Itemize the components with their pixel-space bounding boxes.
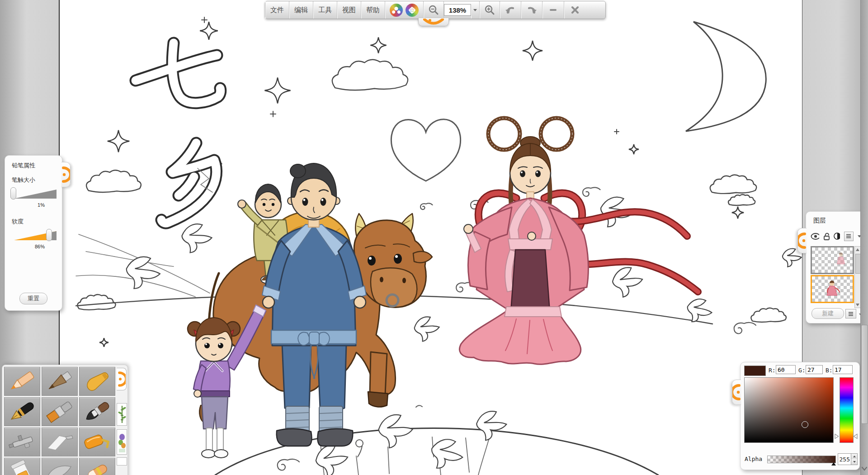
window-scrollbar-thumb[interactable]	[861, 325, 868, 424]
blue-input[interactable]	[833, 365, 853, 374]
red-label: R:	[769, 367, 776, 374]
alpha-marker[interactable]	[831, 462, 836, 466]
tool-pencil[interactable]	[4, 367, 40, 396]
layer-row-2-active[interactable]	[811, 275, 854, 303]
green-input[interactable]	[806, 365, 823, 374]
brush-size-value: 1%	[5, 200, 62, 208]
strip-extra-tab[interactable]	[117, 457, 127, 466]
chevron-down-icon	[473, 9, 477, 11]
saturation-value-box[interactable]	[744, 377, 834, 443]
magnifier-plus-icon	[484, 5, 495, 15]
alpha-slider[interactable]	[767, 456, 836, 463]
palette-collapse-tab[interactable]	[117, 368, 127, 390]
tool-ink-brush[interactable]	[79, 397, 115, 426]
hue-strip[interactable]	[840, 377, 854, 443]
layer-list-icon[interactable]	[844, 232, 854, 241]
alpha-label: Alpha	[745, 456, 762, 462]
tool-flat-brush[interactable]	[42, 397, 78, 426]
tool-airbrush[interactable]	[4, 428, 40, 456]
menu-file[interactable]: 文件	[265, 1, 289, 19]
layer-menu-icon[interactable]	[845, 309, 856, 318]
picture-icon	[118, 431, 126, 453]
color-panel-collapse-tab[interactable]	[732, 380, 741, 405]
undo-button[interactable]	[500, 1, 521, 19]
brush-size-label: 笔触大小	[5, 170, 62, 184]
orange-arc-icon	[118, 368, 126, 390]
alpha-value: 255	[838, 454, 851, 465]
picture-texture-thumbnail[interactable]	[117, 429, 127, 455]
bamboo-texture-thumbnail[interactable]	[117, 403, 127, 426]
unlock-icon[interactable]	[823, 233, 829, 240]
tool-paint-tube[interactable]	[4, 458, 40, 475]
tool-eraser[interactable]	[79, 458, 115, 475]
layer1-thumbnail	[812, 247, 853, 273]
orange-grip-icon	[420, 19, 447, 26]
redo-button[interactable]	[521, 1, 542, 19]
menu-edit[interactable]: 编辑	[289, 1, 313, 19]
current-color-swatch	[744, 366, 766, 376]
hue-marker-left[interactable]	[835, 433, 839, 439]
tools-palette	[2, 365, 128, 475]
scroll-down-button[interactable]	[855, 302, 860, 308]
tool-paint-roller[interactable]	[79, 428, 115, 456]
tool-crayon[interactable]	[79, 367, 115, 396]
new-layer-button[interactable]: 新建	[811, 308, 844, 319]
brush-size-handle[interactable]	[10, 187, 16, 200]
color-picker-panel: R: G: B: Alpha 255	[740, 362, 860, 470]
toolbar-collapse-tab[interactable]	[418, 18, 449, 26]
opacity-icon[interactable]	[834, 233, 840, 240]
layer-row-1[interactable]	[811, 246, 854, 274]
scrollbar-down-chevron[interactable]	[861, 466, 868, 472]
layers-panel-collapse-tab[interactable]	[797, 228, 807, 253]
magnifier-minus-icon	[428, 5, 439, 15]
qixi-artwork	[60, 0, 802, 475]
alpha-down-button[interactable]	[851, 459, 857, 465]
tool-fountain-pen[interactable]	[4, 397, 40, 426]
visibility-eye-icon[interactable]	[811, 233, 819, 240]
red-input[interactable]	[776, 365, 796, 374]
tool-palette-knife[interactable]	[42, 428, 78, 456]
close-x-icon	[571, 6, 579, 14]
hue-marker-right[interactable]	[853, 433, 858, 439]
pencil-properties-panel: 铅笔属性 笔触大小 1% 软度 86% 重置	[5, 155, 62, 311]
redo-arrow-icon	[526, 5, 538, 15]
drawing-canvas[interactable]	[59, 0, 802, 475]
layer2-thumbnail	[812, 276, 853, 302]
brush-size-slider[interactable]	[10, 187, 57, 200]
zoom-dropdown[interactable]	[471, 1, 479, 19]
heart-outline	[391, 119, 460, 181]
softness-handle[interactable]	[46, 229, 52, 241]
menu-view[interactable]: 视图	[337, 1, 361, 19]
minimize-dash-icon	[550, 9, 557, 11]
tool-charcoal-pencil[interactable]	[42, 367, 78, 396]
close-button[interactable]	[564, 1, 585, 19]
orange-arc-icon	[732, 380, 741, 404]
reset-button[interactable]: 重置	[19, 293, 47, 304]
pencil-panel-title: 铅笔属性	[5, 156, 62, 170]
softness-label: 软度	[5, 208, 62, 226]
artwork-girl	[188, 305, 266, 458]
zoom-out-button[interactable]	[424, 1, 444, 19]
undo-arrow-icon	[505, 5, 516, 15]
menu-tools[interactable]: 工具	[313, 1, 337, 19]
alpha-up-button[interactable]	[851, 454, 857, 459]
pencil-panel-collapse-tab[interactable]	[61, 162, 71, 187]
main-toolbar: 文件 编辑 工具 视图 帮助 138%	[265, 1, 606, 19]
palette-side-strip	[117, 367, 127, 475]
zoom-in-button[interactable]	[479, 1, 500, 19]
alpha-spinner[interactable]: 255	[838, 453, 858, 465]
orange-arc-icon	[798, 228, 807, 253]
tool-blender[interactable]	[42, 458, 78, 475]
artwork-weaver-girl	[459, 118, 698, 364]
bamboo-icon	[118, 404, 126, 424]
color-figure-icon[interactable]	[390, 4, 403, 17]
scroll-up-button[interactable]	[855, 247, 860, 252]
zoom-level-display[interactable]: 138%	[444, 4, 471, 16]
menu-help[interactable]: 帮助	[361, 1, 385, 19]
sv-cursor[interactable]	[802, 421, 808, 428]
color-wheel-icon[interactable]	[406, 4, 419, 17]
blue-label: B:	[826, 367, 833, 374]
softness-slider[interactable]	[10, 229, 57, 241]
orange-arc-icon	[61, 162, 70, 187]
minimize-button[interactable]	[542, 1, 564, 19]
